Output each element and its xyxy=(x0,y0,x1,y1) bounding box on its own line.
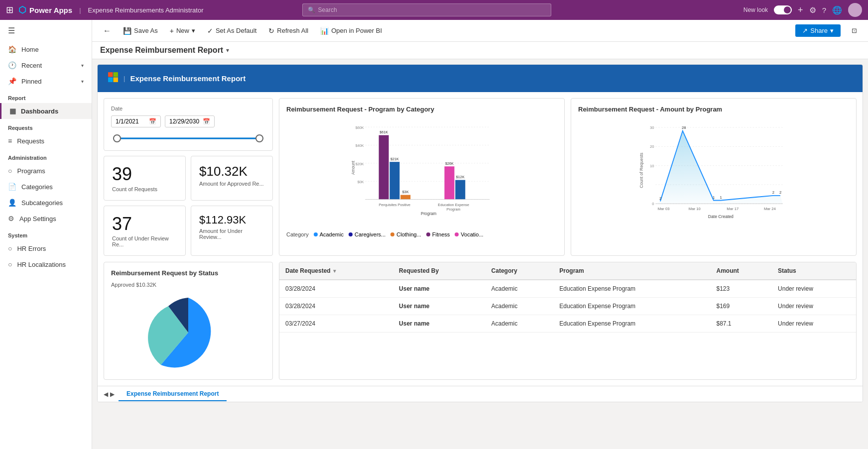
tab-nav-arrows[interactable]: ◀ ▶ xyxy=(104,391,115,398)
data-table: Date Requested ▼ Requested By Category P… xyxy=(279,262,856,333)
svg-text:2: 2 xyxy=(772,190,774,195)
stat-label-2: Count of Under Review Re... xyxy=(112,235,177,247)
sidebar-item-pinned[interactable]: 📌 Pinned ▾ xyxy=(0,73,92,89)
sidebar-item-hr-errors[interactable]: ○ HR Errors xyxy=(0,240,92,256)
new-look-toggle[interactable] xyxy=(774,5,792,14)
svg-text:$12K: $12K xyxy=(456,175,465,179)
sidebar-item-recent[interactable]: 🕐 Recent ▾ xyxy=(0,57,92,73)
new-button[interactable]: + New ▾ xyxy=(165,24,200,37)
tab-expense-reimbursement[interactable]: Expense Reimbursement Report xyxy=(119,387,227,401)
set-default-button[interactable]: ✓ Set As Default xyxy=(202,24,261,37)
report-bottom: Reimbursement Request by Status Approved… xyxy=(98,262,863,386)
globe-icon[interactable]: 🌐 xyxy=(832,5,842,15)
report-header-bar: | Expense Reimbursement Report xyxy=(98,65,863,92)
svg-text:Perquisites Positive: Perquisites Positive xyxy=(379,203,410,207)
table-row: 03/27/2024 User name Academic Education … xyxy=(279,315,856,333)
legend-item-caregiving: Caregivers... xyxy=(349,231,385,237)
plus-icon[interactable]: + xyxy=(798,5,803,15)
sidebar-item-requests[interactable]: ≡ Requests xyxy=(0,133,92,149)
help-icon[interactable]: ? xyxy=(822,6,826,14)
report-title-bar: Expense Reimbursement Report ▾ xyxy=(92,42,868,59)
app-layout: ☰ 🏠 Home 🕐 Recent ▾ 📌 Pinned ▾ Report ▦ … xyxy=(0,20,868,449)
svg-text:$61K: $61K xyxy=(379,130,388,134)
settings-icon[interactable]: ⚙ xyxy=(809,5,816,15)
report-header-title: Expense Reimbursement Report xyxy=(130,74,246,83)
home-icon: 🏠 xyxy=(8,45,16,53)
svg-text:Program: Program xyxy=(447,207,461,212)
save-as-button[interactable]: 💾 Save As xyxy=(118,24,163,37)
col-requested-by[interactable]: Requested By xyxy=(393,262,485,280)
recent-label: Recent xyxy=(21,62,42,69)
svg-text:2: 2 xyxy=(659,196,661,201)
sidebar-item-hr-localizations[interactable]: ○ HR Localizations xyxy=(0,256,92,272)
cell-requested-by: User name xyxy=(393,280,485,298)
stat-card-3: $112.93K Amount for Under Review... xyxy=(191,206,273,256)
back-button[interactable]: ← xyxy=(98,24,116,38)
date-end-input[interactable]: 12/29/2030 📅 xyxy=(165,115,215,127)
tab-prev-icon[interactable]: ◀ xyxy=(104,391,108,398)
grid-icon[interactable]: ⊞ xyxy=(6,4,13,15)
svg-text:$20K: $20K xyxy=(356,162,364,166)
hamburger-menu[interactable]: ☰ xyxy=(0,20,92,41)
col-amount[interactable]: Amount xyxy=(711,262,772,280)
cell-status: Under review xyxy=(772,298,856,315)
app-settings-label: App Settings xyxy=(19,215,56,223)
brand-logo: ⬡ Power Apps xyxy=(18,4,72,15)
cell-category: Academic xyxy=(486,298,554,315)
svg-rect-20 xyxy=(444,166,454,199)
sidebar-item-dashboards[interactable]: ▦ Dashboards xyxy=(0,103,92,119)
date-inputs: 1/1/2021 📅 12/29/2030 📅 xyxy=(111,115,265,127)
cell-program: Education Expense Program xyxy=(553,315,710,333)
new-chevron: ▾ xyxy=(192,27,195,34)
stat-number-3: $112.93K xyxy=(199,214,246,226)
sidebar: ☰ 🏠 Home 🕐 Recent ▾ 📌 Pinned ▾ Report ▦ … xyxy=(0,20,92,449)
table-card: Date Requested ▼ Requested By Category P… xyxy=(279,262,857,380)
left-panel: Date 1/1/2021 📅 12/29/2030 📅 xyxy=(104,98,273,256)
sidebar-item-subcategories[interactable]: 👤 Subcategories xyxy=(0,195,92,211)
stat-number-0: 39 xyxy=(112,164,132,184)
svg-marker-39 xyxy=(655,131,782,204)
calendar-end-icon: 📅 xyxy=(203,118,210,125)
categories-label: Categories xyxy=(21,183,53,191)
pie-card: Reimbursement Request by Status Approved… xyxy=(104,262,273,380)
compare-icon-button[interactable]: ⊡ xyxy=(847,24,862,37)
cell-requested-by: User name xyxy=(393,315,485,333)
svg-rect-14 xyxy=(379,135,389,200)
svg-text:Mar 17: Mar 17 xyxy=(727,207,739,211)
col-status[interactable]: Status xyxy=(772,262,856,280)
share-button[interactable]: ↗ Share ▾ xyxy=(795,24,841,37)
slider-thumb-left[interactable] xyxy=(113,134,121,142)
back-icon: ← xyxy=(103,26,111,35)
stat-number-1: $10.32K xyxy=(199,164,248,179)
col-date-requested[interactable]: Date Requested ▼ xyxy=(279,262,393,280)
stats-grid: 39 Count of Requests $10.32K Amount for … xyxy=(104,156,273,256)
sidebar-item-home[interactable]: 🏠 Home xyxy=(0,41,92,57)
search-box[interactable]: 🔍 Search xyxy=(302,3,551,16)
slider-thumb-right[interactable] xyxy=(255,134,263,142)
share-icon: ↗ xyxy=(802,27,808,34)
sidebar-item-app-settings[interactable]: ⚙ App Settings xyxy=(0,211,92,226)
stat-label-0: Count of Requests xyxy=(112,186,157,192)
app-settings-icon: ⚙ xyxy=(8,215,14,223)
hr-errors-icon: ○ xyxy=(8,244,12,252)
sidebar-item-programs[interactable]: ○ Programs xyxy=(0,163,92,179)
sidebar-item-categories[interactable]: 📄 Categories xyxy=(0,179,92,195)
date-start-input[interactable]: 1/1/2021 📅 xyxy=(111,115,161,127)
programs-icon: ○ xyxy=(8,167,12,175)
admin-group-label: Administration xyxy=(0,149,92,163)
pie-container xyxy=(111,293,265,372)
date-slider[interactable] xyxy=(113,133,263,143)
col-program[interactable]: Program xyxy=(553,262,710,280)
refresh-all-button[interactable]: ↻ Refresh All xyxy=(263,24,313,37)
avatar[interactable] xyxy=(848,3,862,17)
cell-status: Under review xyxy=(772,315,856,333)
system-group-label: System xyxy=(0,226,92,240)
open-power-bi-button[interactable]: 📊 Open in Power BI xyxy=(315,24,387,37)
col-category[interactable]: Category xyxy=(486,262,554,280)
cell-date: 03/28/2024 xyxy=(279,298,393,315)
table-row: 03/28/2024 User name Academic Education … xyxy=(279,298,856,315)
tab-next-icon[interactable]: ▶ xyxy=(110,391,115,398)
report-title-chevron[interactable]: ▾ xyxy=(226,47,229,54)
stat-card-2: 37 Count of Under Review Re... xyxy=(104,206,186,256)
svg-text:Mar 03: Mar 03 xyxy=(658,207,670,211)
